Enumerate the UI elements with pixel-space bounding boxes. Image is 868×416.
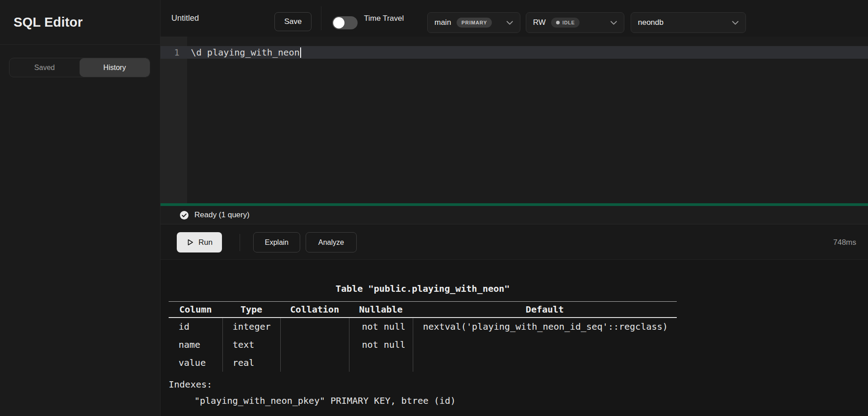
line-number: 1 xyxy=(160,47,187,58)
chevron-down-icon xyxy=(506,21,513,25)
page-title: SQL Editor xyxy=(14,15,83,30)
table-header-row: ColumnTypeCollationNullableDefault xyxy=(169,302,677,318)
table-header-cell: Column xyxy=(169,302,222,318)
table-header-cell: Nullable xyxy=(349,302,413,318)
database-name: neondb xyxy=(638,18,664,27)
editor-line-1[interactable]: 1 \d playing_with_neon xyxy=(160,46,868,59)
play-icon xyxy=(186,238,194,246)
result-table: ColumnTypeCollationNullableDefault idint… xyxy=(169,301,677,372)
index-definition: "playing_with_neon_pkey" PRIMARY KEY, bt… xyxy=(194,395,456,406)
editor-gutter xyxy=(160,37,187,203)
branch-name: main xyxy=(434,18,451,27)
table-cell xyxy=(280,318,349,336)
sql-editor-app: SQL Editor Saved History Untitled Save T… xyxy=(0,0,868,416)
result-table-title: Table "public.playing_with_neon" xyxy=(169,283,677,294)
status-dot-icon xyxy=(556,21,560,24)
chevron-down-icon xyxy=(610,21,617,25)
table-header-cell: Default xyxy=(413,302,677,318)
code-editor[interactable]: 1 \d playing_with_neon xyxy=(160,37,868,203)
sidebar-header: SQL Editor xyxy=(0,0,160,45)
table-header-cell: Collation xyxy=(280,302,349,318)
result-table-wrap: Table "public.playing_with_neon" ColumnT… xyxy=(169,260,677,372)
run-button[interactable]: Run xyxy=(177,232,222,252)
table-cell: real xyxy=(222,354,280,372)
chevron-down-icon xyxy=(732,21,739,25)
branch-primary-badge: PRIMARY xyxy=(457,18,492,28)
query-title: Untitled xyxy=(171,0,199,37)
branch-select[interactable]: main PRIMARY xyxy=(427,12,520,33)
table-cell: id xyxy=(169,318,222,336)
table-cell: value xyxy=(169,354,222,372)
table-cell xyxy=(413,336,677,354)
table-cell xyxy=(349,354,413,372)
table-cell xyxy=(280,354,349,372)
check-circle-icon xyxy=(179,210,189,220)
saved-history-segmented-control: Saved History xyxy=(9,58,150,77)
indexes-label: Indexes: xyxy=(169,379,212,390)
topbar-divider xyxy=(321,6,321,30)
topbar: Untitled Save Time Travel main PRIMARY R… xyxy=(160,0,868,37)
actions-toolbar: Run Explain Analyze 748ms xyxy=(160,225,868,260)
table-cell: name xyxy=(169,336,222,354)
actions-divider xyxy=(240,234,240,251)
results-panel: Table "public.playing_with_neon" ColumnT… xyxy=(160,260,868,416)
table-cell: nextval('playing_with_neon_id_seq'::regc… xyxy=(413,318,677,336)
time-travel-toggle[interactable] xyxy=(332,16,358,29)
table-cell xyxy=(413,354,677,372)
analyze-button[interactable]: Analyze xyxy=(306,232,357,252)
table-body: idintegernot nullnextval('playing_with_n… xyxy=(169,318,677,372)
text-cursor xyxy=(300,47,301,58)
compute-status-text: IDLE xyxy=(562,20,575,25)
run-label: Run xyxy=(198,238,212,247)
toggle-knob xyxy=(333,17,344,28)
sidebar: SQL Editor Saved History xyxy=(0,0,160,416)
tab-history[interactable]: History xyxy=(80,58,150,77)
table-header-cell: Type xyxy=(222,302,280,318)
tab-saved[interactable]: Saved xyxy=(9,58,80,77)
compute-name: RW xyxy=(533,18,546,27)
database-select[interactable]: neondb xyxy=(631,12,746,33)
table-cell: not null xyxy=(349,318,413,336)
time-travel-label: Time Travel xyxy=(364,0,404,37)
status-bar: Ready (1 query) xyxy=(160,206,868,224)
table-cell: integer xyxy=(222,318,280,336)
table-row: idintegernot nullnextval('playing_with_n… xyxy=(169,318,677,336)
compute-status-badge: IDLE xyxy=(551,18,580,28)
table-row: valuereal xyxy=(169,354,677,372)
status-message: Ready (1 query) xyxy=(194,210,250,220)
compute-select[interactable]: RW IDLE xyxy=(526,12,624,33)
query-duration: 748ms xyxy=(833,225,856,260)
table-row: nametextnot null xyxy=(169,336,677,354)
save-button[interactable]: Save xyxy=(274,12,311,31)
table-cell xyxy=(280,336,349,354)
explain-button[interactable]: Explain xyxy=(253,232,300,252)
table-cell: not null xyxy=(349,336,413,354)
table-cell: text xyxy=(222,336,280,354)
code-text: \d playing_with_neon xyxy=(191,47,300,58)
